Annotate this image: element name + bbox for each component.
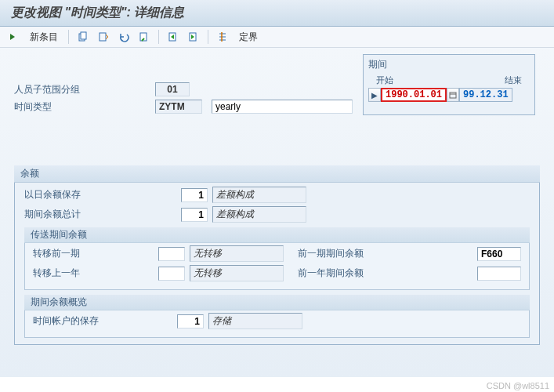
undo-icon[interactable]: [115, 29, 132, 45]
watermark: CSDN @wl8511: [487, 381, 549, 390]
daily-balance-value-input[interactable]: [181, 188, 208, 202]
transfer-prev-period-label: 转移前一期: [33, 247, 158, 260]
copy-as-icon[interactable]: [95, 29, 112, 45]
expand-icon[interactable]: [5, 29, 22, 45]
period-balance-desc: 差额构成: [212, 206, 306, 223]
transfer-title: 传送期间余额: [24, 227, 530, 243]
new-entry-button[interactable]: 新条目: [25, 31, 63, 44]
prev-year-balance-input[interactable]: [477, 267, 521, 281]
start-date-field[interactable]: 1990.01.01: [381, 88, 447, 102]
svg-rect-2: [100, 33, 106, 41]
next-icon[interactable]: [185, 29, 202, 45]
delimit-icon[interactable]: [214, 29, 231, 45]
overview-title: 期间余额概览: [24, 295, 530, 310]
transfer-prev-period-input[interactable]: [158, 247, 185, 261]
overview-group: 期间余额概览 时间帐户的保存 存储: [24, 295, 530, 338]
time-type-label: 时间类型: [14, 100, 155, 114]
balance-title: 余额: [14, 165, 540, 183]
transfer-prev-year-input[interactable]: [158, 267, 185, 281]
start-label: 开始: [376, 74, 393, 86]
prev-year-balance-label: 前一年期间余额: [298, 267, 392, 280]
period-group: 期间 开始 结束 ▶ 1990.01.01 99.12.31: [363, 54, 535, 115]
account-save-label: 时间帐户的保存: [33, 314, 177, 328]
period-balance-label: 期间余额总计: [24, 208, 181, 221]
end-date-field[interactable]: 99.12.31: [459, 88, 512, 102]
refresh-icon[interactable]: [136, 29, 153, 45]
transfer-prev-year-label: 转移上一年: [33, 267, 158, 280]
svg-rect-6: [450, 93, 456, 98]
content-area: 期间 开始 结束 ▶ 1990.01.01 99.12.31 人员子范围分组 0…: [0, 48, 554, 377]
separator: [158, 30, 159, 44]
daily-balance-label: 以日余额保存: [24, 188, 181, 201]
account-save-input[interactable]: [177, 314, 204, 328]
subgroup-field: 01: [155, 82, 190, 96]
transfer-group: 传送期间余额 转移前一期 无转移 前一期期间余额 转移上一年: [24, 227, 530, 290]
transfer-prev-year-desc: 无转移: [190, 265, 284, 281]
separator: [68, 30, 69, 44]
time-type-desc-input[interactable]: [212, 100, 353, 114]
prev-period-icon[interactable]: ▶: [368, 88, 381, 102]
date-picker-icon[interactable]: [447, 88, 459, 102]
period-title: 期间: [368, 58, 530, 71]
time-type-code-field: ZYTM: [155, 100, 202, 114]
separator: [208, 30, 208, 44]
toolbar: 新条目 定界: [0, 27, 554, 48]
end-label: 结束: [505, 74, 522, 86]
copy-icon[interactable]: [74, 29, 92, 45]
delimit-button[interactable]: 定界: [234, 31, 263, 44]
transfer-prev-period-desc: 无转移: [190, 245, 284, 262]
window-title: 更改视图 "时间类型": 详细信息: [0, 0, 554, 27]
previous-icon[interactable]: [165, 29, 182, 45]
prev-period-balance-input[interactable]: [477, 247, 521, 261]
balance-group: 余额 以日余额保存 差额构成 期间余额总计 差额构成 传送期间余额 转移前一期: [14, 165, 540, 345]
svg-rect-1: [81, 32, 86, 39]
subgroup-label: 人员子范围分组: [14, 83, 155, 96]
prev-period-balance-label: 前一期期间余额: [298, 247, 392, 260]
daily-balance-desc: 差额构成: [212, 187, 306, 203]
account-save-desc: 存储: [208, 313, 302, 329]
period-balance-value-input[interactable]: [181, 208, 208, 222]
